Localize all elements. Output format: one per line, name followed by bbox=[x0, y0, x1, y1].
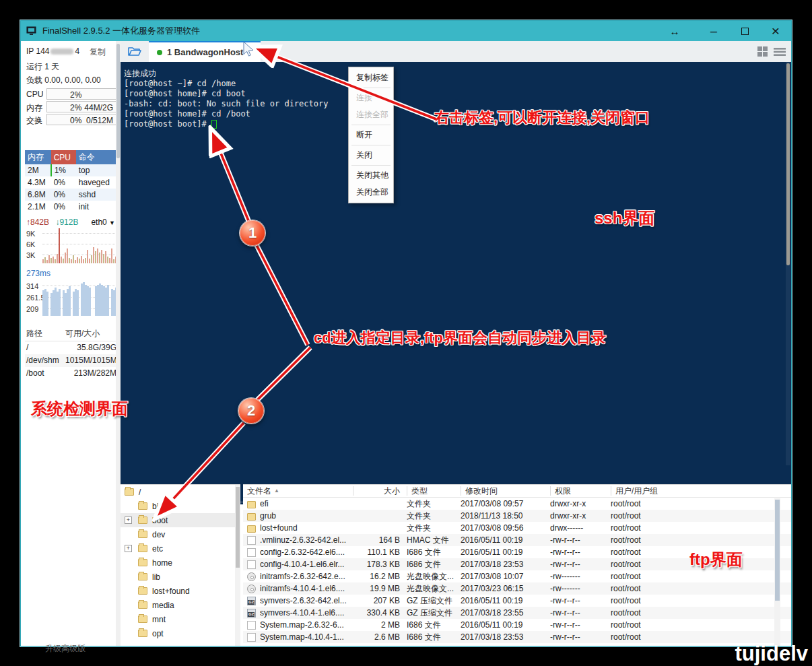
file-type: I686 文件 bbox=[407, 632, 461, 643]
file-col-header[interactable]: 权限 bbox=[550, 486, 611, 496]
file-type: 文件夹 bbox=[407, 498, 461, 510]
remote-file-tree[interactable]: /bin+bootdev+etchomeliblost+foundmediamn… bbox=[121, 484, 240, 646]
tree-scrollbar[interactable] bbox=[235, 485, 240, 646]
close-button[interactable]: × bbox=[760, 21, 791, 41]
file-type: HMAC 文件 bbox=[407, 535, 461, 546]
file-owner: root/root bbox=[611, 511, 685, 521]
disk-row[interactable]: /35.8G/39G bbox=[25, 341, 118, 354]
terminal-scrollbar[interactable] bbox=[786, 62, 790, 465]
minimize-button[interactable]: – bbox=[698, 21, 729, 41]
net-bar bbox=[105, 251, 106, 263]
maximize-button[interactable] bbox=[729, 21, 760, 41]
file-modified: 2017/03/23 06:15 bbox=[461, 584, 550, 593]
net-bar bbox=[48, 255, 50, 263]
session-tab[interactable]: 1 BandwagonHost bbox=[149, 41, 261, 62]
file-row[interactable]: System.map-2.6.32-6...2 MBI686 文件2016/05… bbox=[243, 619, 791, 631]
menu-icon[interactable] bbox=[774, 47, 786, 57]
file-name-cell: initramfs-2.6.32-642.e... bbox=[243, 572, 353, 581]
menu-item-关闭全部[interactable]: 关闭全部 bbox=[349, 184, 393, 201]
process-table[interactable]: 内存CPU命令2M1%top4.3M0%haveged6.8M0%sshd2.1… bbox=[25, 150, 116, 213]
file-modified: 2016/05/11 00:19 bbox=[461, 535, 550, 545]
file-row[interactable]: System.map-4.10.4-1...2.6 MBI686 文件2017/… bbox=[243, 631, 791, 643]
tree-item-etc[interactable]: +etc bbox=[121, 541, 240, 556]
folder-icon bbox=[138, 517, 147, 524]
tree-item-bin[interactable]: bin bbox=[121, 499, 240, 513]
process-row[interactable]: 2.1M0%init bbox=[25, 201, 116, 213]
folder-icon bbox=[138, 587, 147, 595]
disk-row[interactable]: /dev/shm1015M/1015M bbox=[25, 354, 118, 367]
process-row[interactable]: 6.8M0%sshd bbox=[25, 189, 116, 201]
tree-item-media[interactable]: media bbox=[121, 598, 240, 612]
folder-icon bbox=[125, 488, 134, 496]
resize-icon[interactable]: ↔ bbox=[651, 21, 698, 41]
file-col-header[interactable]: 用户/用户组 bbox=[611, 486, 685, 496]
net-bar bbox=[109, 258, 110, 263]
file-type: 光盘映像文... bbox=[407, 571, 461, 582]
file-name-cell: config-2.6.32-642.el6.... bbox=[243, 547, 353, 557]
tree-item-home[interactable]: home bbox=[121, 556, 240, 570]
copy-ip-link[interactable]: 复制 bbox=[90, 46, 106, 58]
file-permissions: drwxr-xr-x bbox=[550, 499, 611, 508]
network-header: ↑842B ↓912B eth0 ▼ bbox=[26, 218, 115, 227]
file-name: grub bbox=[260, 511, 276, 521]
file-col-header[interactable]: 修改时间 bbox=[461, 486, 550, 496]
file-col-header[interactable]: 类型 bbox=[407, 486, 461, 496]
tree-item-opt[interactable]: opt bbox=[121, 626, 240, 640]
interface-dropdown[interactable]: eth0 ▼ bbox=[91, 218, 115, 227]
menu-item-复制标签[interactable]: 复制标签 bbox=[349, 69, 393, 86]
sidebar-scrollbar[interactable] bbox=[116, 41, 121, 646]
expander-icon[interactable]: + bbox=[125, 545, 132, 552]
tree-item-lib[interactable]: lib bbox=[121, 570, 240, 584]
file-size: 2.6 MB bbox=[353, 632, 407, 642]
expander-icon[interactable]: + bbox=[125, 517, 132, 524]
tree-item-lost+found[interactable]: lost+found bbox=[121, 584, 240, 598]
file-row[interactable]: initramfs-2.6.32-642.e...16.2 MB光盘映像文...… bbox=[243, 570, 791, 582]
tree-label: media bbox=[152, 601, 174, 610]
file-col-header[interactable]: 文件名▲ bbox=[243, 486, 353, 496]
file-name-cell: grub bbox=[243, 511, 353, 521]
disk-path: /boot bbox=[26, 368, 65, 378]
menu-item-关闭其他[interactable]: 关闭其他 bbox=[349, 167, 393, 184]
net-bar bbox=[42, 259, 44, 263]
file-owner: root/root bbox=[611, 596, 685, 605]
file-row[interactable]: lost+found文件夹2017/03/08 09:56drwx------r… bbox=[243, 522, 791, 534]
tree-item-mnt[interactable]: mnt bbox=[121, 612, 240, 626]
net-bar bbox=[113, 259, 114, 263]
tree-label: bin bbox=[152, 502, 163, 511]
layout-grid-icon[interactable] bbox=[757, 46, 768, 57]
step-badge-2: 2 bbox=[238, 398, 264, 424]
file-modified: 2017/03/08 09:57 bbox=[461, 499, 550, 508]
step-badge-1: 1 bbox=[240, 220, 265, 246]
process-row[interactable]: 4.3M0%haveged bbox=[25, 176, 116, 189]
process-cell: 6.8M bbox=[25, 189, 51, 201]
table-scrollbar[interactable] bbox=[774, 498, 780, 646]
file-row[interactable]: efi文件夹2017/03/08 09:57drwxr-xr-xroot/roo… bbox=[243, 498, 791, 510]
process-row[interactable]: 2M1%top bbox=[25, 164, 116, 176]
tree-item-root[interactable]: / bbox=[121, 485, 240, 499]
upgrade-link[interactable]: 升级高级版 bbox=[45, 643, 86, 655]
tree-item-boot[interactable]: +boot bbox=[121, 513, 240, 527]
file-col-header[interactable]: 大小 bbox=[353, 486, 407, 496]
disk-row[interactable]: /boot213M/282M bbox=[25, 367, 118, 380]
file-size: 19.9 MB bbox=[353, 584, 407, 593]
tree-item-dev[interactable]: dev bbox=[121, 527, 240, 541]
menu-separator bbox=[351, 88, 391, 88]
net-bar bbox=[81, 256, 82, 263]
file-name: initramfs-2.6.32-642.e... bbox=[260, 572, 345, 581]
menu-item-关闭[interactable]: 关闭 bbox=[349, 147, 393, 164]
gauge-bar: 2% bbox=[46, 88, 116, 100]
file-row[interactable]: symvers-4.10.4-1.el6....330.4 KBGZ 压缩文件2… bbox=[243, 607, 791, 619]
file-row[interactable]: .vmlinuz-2.6.32-642.el...164 BHMAC 文件201… bbox=[243, 534, 791, 546]
disc-icon bbox=[247, 585, 256, 593]
file-owner: root/root bbox=[611, 547, 685, 557]
file-modified: 2017/03/08 09:56 bbox=[461, 523, 550, 533]
tree-label: opt bbox=[152, 629, 164, 638]
disk-table[interactable]: 路径可用/大小/35.8G/39G/dev/shm1015M/1015M/boo… bbox=[25, 327, 118, 380]
open-connection-button[interactable] bbox=[121, 41, 149, 62]
file-row[interactable]: initramfs-4.10.4-1.el6....19.9 MB光盘映像文..… bbox=[243, 582, 791, 595]
file-name-cell: .vmlinuz-2.6.32-642.el... bbox=[243, 535, 353, 545]
menu-item-断开[interactable]: 断开 bbox=[349, 127, 393, 143]
file-row[interactable]: symvers-2.6.32-642.el...207 KBGZ 压缩文件201… bbox=[243, 595, 791, 607]
file-owner: root/root bbox=[611, 499, 685, 508]
file-row[interactable]: grub文件夹2018/11/13 18:50drwxr-xr-xroot/ro… bbox=[243, 510, 791, 522]
